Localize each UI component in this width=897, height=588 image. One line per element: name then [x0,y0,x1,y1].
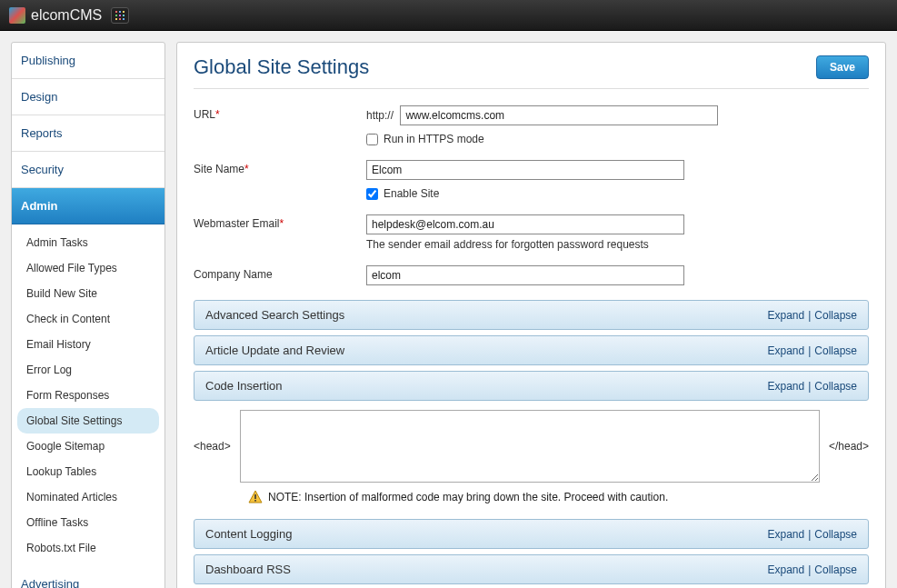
accordion-title: Code Insertion [205,379,283,393]
svg-rect-5 [123,15,125,16]
webmaster-input[interactable] [366,214,684,234]
company-input[interactable] [366,265,684,285]
sidebar-section-publishing[interactable]: Publishing [12,43,164,79]
collapse-link[interactable]: Collapse [814,380,857,393]
apps-button[interactable] [111,7,129,24]
accordion-header[interactable]: Dashboard RSSExpand|Collapse [194,554,869,584]
main-content: Global Site Settings Save URL* http:// R… [176,42,886,588]
collapse-link[interactable]: Collapse [814,344,857,357]
collapse-link[interactable]: Collapse [814,309,857,322]
grid-icon [115,10,125,21]
sidebar: PublishingDesignReportsSecurityAdmin Adm… [11,42,165,588]
collapse-link[interactable]: Collapse [814,563,857,576]
accordion-title: Advanced Search Settings [205,308,344,322]
expand-link[interactable]: Expand [767,528,804,541]
brand-block: elcomCMS [9,7,102,24]
webmaster-help: The sender email address for forgotten p… [366,238,869,251]
sidebar-item[interactable]: Robots.txt File [12,535,164,561]
accordion-header[interactable]: Article Update and ReviewExpand|Collapse [194,335,869,365]
svg-rect-11 [254,500,256,502]
sitename-label: Site Name* [194,160,366,175]
svg-rect-2 [123,11,125,13]
sidebar-item[interactable]: Error Log [12,357,164,383]
page-title: Global Site Settings [194,55,369,79]
expand-link[interactable]: Expand [767,309,804,322]
company-label: Company Name [194,265,366,281]
sidebar-item[interactable]: Offline Tasks [12,510,164,535]
sidebar-section-reports[interactable]: Reports [12,115,164,152]
accordion-header[interactable]: Code InsertionExpand|Collapse [194,371,869,401]
head-open-tag: <head> [194,440,231,453]
sidebar-item[interactable]: Global Site Settings [17,408,159,434]
svg-rect-4 [119,15,121,16]
sidebar-section-security[interactable]: Security [12,152,164,188]
https-checkbox[interactable] [366,134,378,145]
accordion-header[interactable]: Advanced Search SettingsExpand|Collapse [194,300,869,330]
brand-logo-icon [9,7,25,24]
sidebar-item[interactable]: Check in Content [12,306,164,332]
sidebar-item[interactable]: Google Sitemap [12,434,164,459]
expand-link[interactable]: Expand [767,563,804,576]
webmaster-label: Webmaster Email* [194,214,366,230]
sidebar-item[interactable]: Build New Site [12,281,164,306]
svg-rect-3 [115,15,117,16]
code-warning: NOTE: Insertion of malformed code may br… [248,490,869,504]
enable-site-checkbox[interactable] [366,188,378,200]
svg-rect-1 [119,11,121,13]
sidebar-item[interactable]: Lookup Tables [12,459,164,484]
top-bar: elcomCMS [0,0,897,31]
sidebar-section-admin[interactable]: Admin [12,188,164,224]
svg-rect-6 [115,18,117,20]
svg-rect-10 [254,494,256,499]
accordion-title: Dashboard RSS [205,563,291,576]
sidebar-item[interactable]: Admin Tasks [12,230,164,255]
sidebar-item[interactable]: Email History [12,332,164,357]
accordion-title: Article Update and Review [205,344,344,357]
sidebar-section-advertising[interactable]: Advertising [12,566,164,588]
https-label[interactable]: Run in HTTPS mode [384,133,484,145]
head-code-textarea[interactable] [240,410,820,483]
expand-link[interactable]: Expand [767,344,804,357]
sidebar-section-design[interactable]: Design [12,79,164,115]
accordion-title: Content Logging [205,527,292,541]
head-close-tag: </head> [829,440,869,453]
svg-rect-8 [123,18,125,20]
url-prefix: http:// [366,109,394,122]
expand-link[interactable]: Expand [767,380,804,393]
svg-rect-7 [119,18,121,20]
code-insertion-body: <head></head> [194,410,869,483]
sitename-input[interactable] [366,160,684,180]
url-input[interactable] [400,105,718,125]
accordion-header[interactable]: Content LoggingExpand|Collapse [194,519,869,549]
svg-rect-0 [115,11,117,13]
sidebar-item[interactable]: Nominated Articles [12,484,164,510]
enable-site-label[interactable]: Enable Site [384,187,439,200]
url-label: URL* [194,105,366,121]
warning-text: NOTE: Insertion of malformed code may br… [268,491,668,503]
warning-icon [248,490,263,504]
sidebar-item[interactable]: Form Responses [12,383,164,408]
brand-name: elcomCMS [31,7,102,24]
save-button[interactable]: Save [816,55,869,79]
sidebar-item[interactable]: Allowed File Types [12,255,164,281]
collapse-link[interactable]: Collapse [814,528,857,541]
